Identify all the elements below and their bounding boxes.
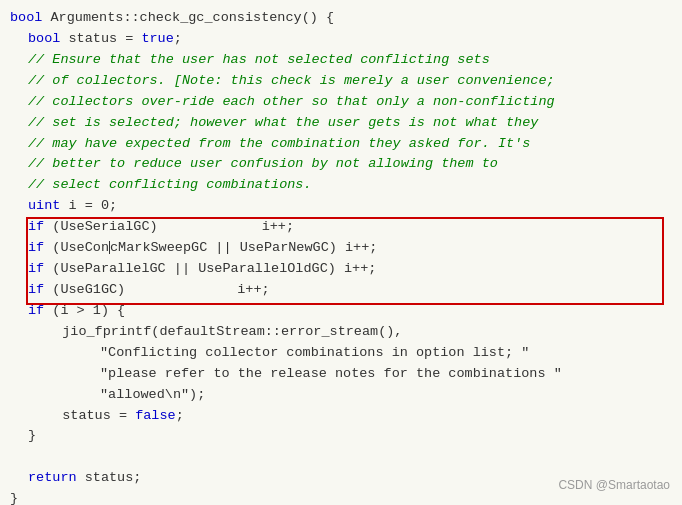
code-line-10: uint i = 0; bbox=[10, 196, 672, 217]
code-line-5: // collectors over-ride each other so th… bbox=[10, 92, 672, 113]
code-line-4: // of collectors. [Note: this check is m… bbox=[10, 71, 672, 92]
highlighted-block: if (UseSerialGC)i++; if (UseConcMarkSwee… bbox=[10, 217, 672, 301]
code-line-19: "allowed\n"); bbox=[10, 385, 672, 406]
code-line-18: "please refer to the release notes for t… bbox=[10, 364, 672, 385]
code-line-9: // select conflicting combinations. bbox=[10, 175, 672, 196]
code-line-14: if (UseG1GC)i++; bbox=[10, 280, 672, 301]
code-line-16: jio_fprintf(defaultStream::error_stream(… bbox=[10, 322, 672, 343]
code-line-13: if (UseParallelGC || UseParallelOldGC) i… bbox=[10, 259, 672, 280]
code-line-7: // may have expected from the combinatio… bbox=[10, 134, 672, 155]
code-line-20: status = false; bbox=[10, 406, 672, 427]
code-line-6: // set is selected; however what the use… bbox=[10, 113, 672, 134]
code-line-11: if (UseSerialGC)i++; bbox=[10, 217, 672, 238]
code-editor: bool Arguments::check_gc_consistency() {… bbox=[0, 0, 682, 505]
code-line-22 bbox=[10, 447, 672, 468]
code-line-1: bool Arguments::check_gc_consistency() { bbox=[10, 8, 672, 29]
code-line-12: if (UseConcMarkSweepGC || UseParNewGC) i… bbox=[10, 238, 672, 259]
watermark: CSDN @Smartaotao bbox=[558, 476, 670, 495]
code-line-17: "Conflicting collector combinations in o… bbox=[10, 343, 672, 364]
code-line-3: // Ensure that the user has not selected… bbox=[10, 50, 672, 71]
code-line-2: bool status = true; bbox=[10, 29, 672, 50]
code-line-21: } bbox=[10, 426, 672, 447]
code-line-8: // better to reduce user confusion by no… bbox=[10, 154, 672, 175]
code-line-15: if (i > 1) { bbox=[10, 301, 672, 322]
